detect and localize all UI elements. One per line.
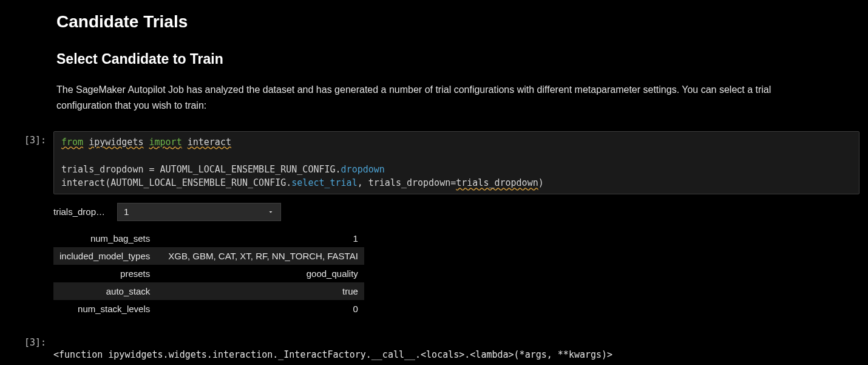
config-const: AUTOML_LOCAL_ENSEMBLE_RUN_CONFIG	[160, 164, 336, 175]
param-key: included_model_types	[53, 247, 156, 265]
dropdown-label: trials_drop…	[53, 206, 111, 217]
param-val: true	[156, 282, 364, 300]
table-row: presets good_quality	[53, 265, 364, 282]
kwarg-value: trials_dropdown	[456, 177, 538, 188]
input-prompt: [3]:	[0, 131, 53, 146]
output-repr: <function ipywidgets.widgets.interaction…	[53, 349, 868, 360]
call-interact: interact	[61, 177, 105, 188]
param-key: auto_stack	[53, 282, 156, 300]
param-key: presets	[53, 265, 156, 282]
var-trials-dropdown: trials_dropdown	[61, 164, 143, 175]
param-val: 0	[156, 300, 364, 318]
page-title: Candidate Trials	[56, 12, 868, 32]
param-val: XGB, GBM, CAT, XT, RF, NN_TORCH, FASTAI	[156, 247, 364, 265]
keyword-import: import	[149, 137, 182, 148]
code-input-cell[interactable]: from ipywidgets import interact trials_d…	[53, 131, 860, 194]
import-name: interact	[188, 137, 231, 148]
chevron-down-icon	[267, 208, 274, 216]
params-table: num_bag_sets 1 included_model_types XGB,…	[53, 230, 364, 318]
trials-dropdown[interactable]: 1	[117, 203, 281, 221]
param-val: good_quality	[156, 265, 364, 282]
attr-select-trial: select_trial	[291, 177, 357, 188]
dropdown-widget-row: trials_drop… 1	[53, 203, 860, 221]
section-description: The SageMaker Autopilot Job has analyzed…	[56, 82, 819, 114]
output-prompt: [3]:	[0, 333, 53, 348]
attr-dropdown: dropdown	[341, 164, 385, 175]
module-name: ipywidgets	[89, 137, 143, 148]
dropdown-selected-value: 1	[124, 206, 129, 217]
param-key: num_stack_levels	[53, 300, 156, 318]
kwarg-name: trials_dropdown	[368, 177, 450, 188]
table-row: auto_stack true	[53, 282, 364, 300]
section-subtitle: Select Candidate to Train	[56, 51, 868, 67]
config-const-2: AUTOML_LOCAL_ENSEMBLE_RUN_CONFIG	[110, 177, 286, 188]
param-val: 1	[156, 230, 364, 247]
table-row: num_stack_levels 0	[53, 300, 364, 318]
table-row: num_bag_sets 1	[53, 230, 364, 247]
table-row: included_model_types XGB, GBM, CAT, XT, …	[53, 247, 364, 265]
param-key: num_bag_sets	[53, 230, 156, 247]
keyword-from: from	[61, 137, 83, 148]
